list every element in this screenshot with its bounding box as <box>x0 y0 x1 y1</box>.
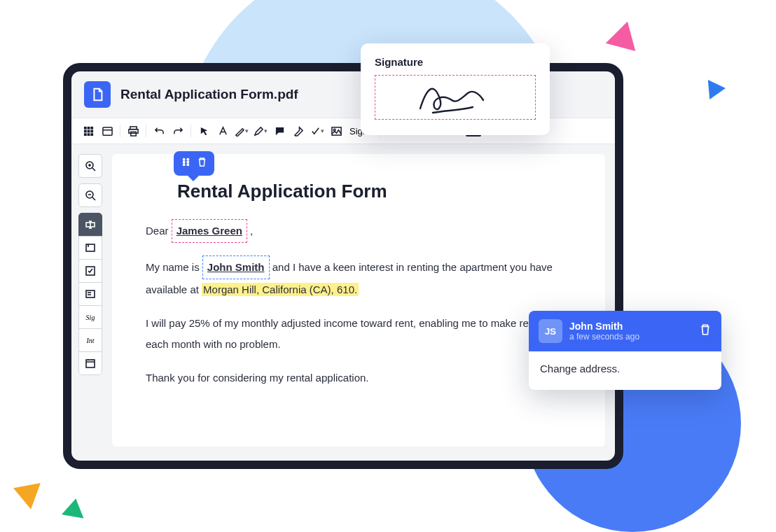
undo-icon[interactable] <box>151 122 167 139</box>
svg-line-26 <box>92 168 95 171</box>
svg-point-51 <box>187 164 188 165</box>
paragraph-1: My name is John Smith and I have a keen … <box>146 255 571 300</box>
svg-rect-5 <box>90 130 93 132</box>
svg-rect-42 <box>86 360 95 368</box>
image-icon[interactable] <box>328 122 345 139</box>
zoom-in-button[interactable] <box>78 154 102 178</box>
salutation: Dear James Green , <box>146 219 571 243</box>
grid-icon[interactable] <box>80 122 97 139</box>
svg-point-47 <box>187 159 188 160</box>
document-title: Rental Application Form <box>177 181 571 202</box>
comment-author: John Smith <box>569 321 639 332</box>
signature-tool[interactable]: Sig <box>78 305 102 329</box>
triangle-blue <box>708 78 726 99</box>
text-field-tool[interactable] <box>78 213 102 237</box>
zoom-out-button[interactable] <box>78 183 102 207</box>
comment-icon[interactable] <box>271 122 288 139</box>
comment-time: a few seconds ago <box>569 332 639 342</box>
svg-rect-13 <box>130 132 136 136</box>
svg-rect-8 <box>90 133 93 136</box>
file-title: Rental Application Form.pdf <box>120 87 298 102</box>
triangle-green <box>62 496 87 518</box>
svg-rect-2 <box>90 126 93 129</box>
avatar: JS <box>539 319 562 343</box>
comment-popup: JS John Smith a few seconds ago Change a… <box>529 311 721 390</box>
svg-rect-0 <box>83 126 86 129</box>
svg-rect-36 <box>86 244 95 251</box>
body-area: Sig Int Rental Application Form Dear Jam… <box>71 144 615 456</box>
svg-point-50 <box>183 164 184 165</box>
app-logo <box>84 81 111 108</box>
svg-point-46 <box>183 159 184 160</box>
print-icon[interactable] <box>125 122 141 139</box>
svg-rect-12 <box>128 129 137 133</box>
svg-rect-6 <box>83 133 86 136</box>
date-tool[interactable] <box>78 351 102 375</box>
svg-rect-1 <box>87 126 90 129</box>
address-highlight[interactable]: Morgan Hill, California (CA), 610. <box>202 283 359 296</box>
signature-box[interactable] <box>375 75 536 120</box>
signature-drawing <box>413 79 497 115</box>
eraser-icon[interactable] <box>290 122 307 139</box>
pen-icon[interactable]: ▾ <box>252 122 269 139</box>
svg-rect-9 <box>102 127 111 134</box>
delete-comment-icon[interactable] <box>699 323 712 339</box>
text-area-tool[interactable] <box>78 236 102 260</box>
svg-rect-4 <box>87 130 90 132</box>
signature-label: Signature <box>375 56 536 68</box>
checkbox-tool[interactable] <box>78 259 102 283</box>
delete-field-icon[interactable] <box>197 157 207 170</box>
side-tools: Sig Int <box>71 144 109 456</box>
text-icon[interactable] <box>214 122 231 139</box>
initials-tool[interactable]: Int <box>78 328 102 352</box>
svg-rect-7 <box>87 133 90 136</box>
document-page[interactable]: Rental Application Form Dear James Green… <box>112 154 605 447</box>
field-action-bubble <box>174 151 214 176</box>
comment-header: JS John Smith a few seconds ago <box>529 311 721 351</box>
triangle-pink <box>606 18 642 51</box>
check-icon[interactable]: ▾ <box>309 122 326 139</box>
dropdown-tool[interactable] <box>78 282 102 306</box>
paragraph-2: I will pay 25% of my monthly adjusted in… <box>146 313 571 355</box>
pointer-icon[interactable] <box>195 122 212 139</box>
highlighter-icon[interactable]: ▾ <box>233 122 250 139</box>
svg-point-49 <box>187 161 188 162</box>
drag-handle-icon[interactable] <box>181 157 191 170</box>
triangle-orange <box>8 475 41 509</box>
svg-rect-39 <box>86 290 95 298</box>
svg-point-48 <box>183 161 184 162</box>
recipient-field[interactable]: James Green <box>172 219 247 243</box>
paragraph-3: Thank you for considering my rental appl… <box>146 368 571 388</box>
svg-rect-3 <box>83 130 86 132</box>
svg-line-30 <box>92 197 95 200</box>
panel-icon[interactable] <box>99 122 116 139</box>
name-field[interactable]: John Smith <box>202 255 270 279</box>
signature-popup: Signature <box>361 43 550 135</box>
redo-icon[interactable] <box>169 122 186 139</box>
comment-text: Change address. <box>529 351 721 390</box>
